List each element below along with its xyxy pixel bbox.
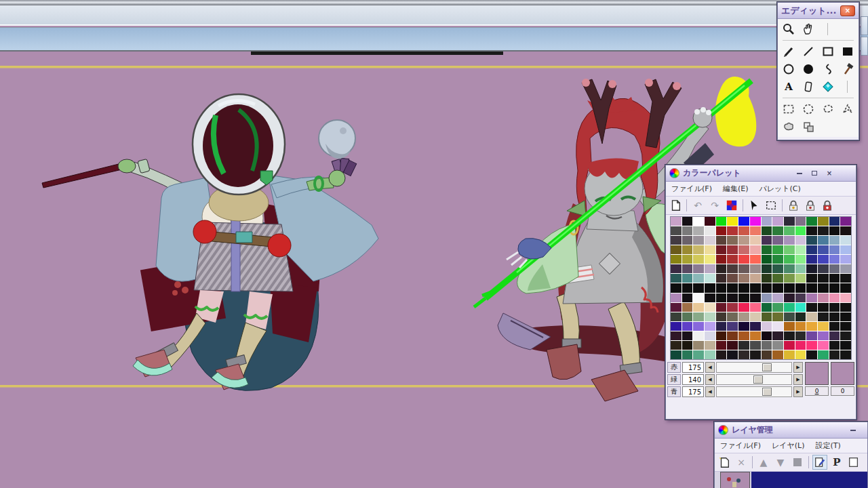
range-select-button[interactable] [764, 198, 778, 213]
palette-titlebar[interactable]: カラーパレット × [666, 165, 856, 182]
palette-swatch[interactable] [772, 264, 783, 273]
layer-draw-mode-button[interactable] [812, 455, 827, 470]
palette-swatch[interactable] [829, 293, 840, 302]
palette-swatch[interactable] [750, 322, 761, 331]
palette-swatch[interactable] [772, 226, 783, 235]
minimize-icon[interactable] [848, 426, 859, 435]
palette-swatch[interactable] [705, 312, 715, 321]
palette-swatch[interactable] [693, 331, 704, 340]
gradient-tool-button[interactable] [820, 79, 836, 95]
palette-swatch[interactable] [784, 303, 795, 312]
palette-swatch[interactable] [738, 274, 749, 283]
palette-swatch[interactable] [716, 236, 727, 245]
move-copy-tool-button[interactable] [800, 119, 816, 135]
palette-swatch[interactable] [762, 341, 772, 350]
layer-partial-button[interactable] [846, 455, 861, 470]
palette-swatch[interactable] [762, 283, 772, 292]
palette-swatch[interactable] [727, 283, 738, 292]
palette-swatch[interactable] [738, 341, 749, 350]
palette-swatch[interactable] [840, 264, 851, 273]
palette-swatch[interactable] [682, 322, 693, 331]
maximize-icon[interactable] [809, 169, 820, 178]
palette-swatch[interactable] [716, 264, 727, 273]
palette-swatch[interactable] [829, 312, 840, 321]
palette-swatch[interactable] [682, 341, 693, 350]
layer-p-button[interactable]: P [829, 455, 844, 470]
palette-swatch[interactable] [784, 236, 795, 245]
palette-colors-button[interactable] [724, 198, 739, 213]
palette-swatch[interactable] [750, 303, 761, 312]
palette-swatch[interactable] [784, 341, 795, 350]
palette-swatch[interactable] [727, 322, 738, 331]
green-increment-arrow[interactable]: ▶ [793, 374, 803, 385]
palette-swatch[interactable] [750, 226, 761, 235]
palette-swatch[interactable] [762, 226, 772, 235]
palette-swatch[interactable] [682, 283, 693, 292]
palette-swatch[interactable] [682, 217, 693, 226]
layer-combine-button[interactable] [790, 455, 805, 470]
palette-swatch[interactable] [693, 255, 704, 264]
palette-swatch[interactable] [716, 274, 727, 283]
palette-swatch[interactable] [795, 293, 806, 302]
palette-swatch[interactable] [727, 236, 738, 245]
palette-swatch[interactable] [738, 331, 749, 340]
palette-swatch[interactable] [693, 274, 704, 283]
palette-swatch[interactable] [806, 236, 817, 245]
edit-window-titlebar[interactable]: エディット... × [778, 3, 859, 19]
palette-swatch[interactable] [806, 341, 817, 350]
palette-swatch[interactable] [818, 341, 829, 350]
palette-swatch[interactable] [840, 245, 851, 254]
new-layer-button[interactable] [717, 455, 732, 470]
palette-swatch[interactable] [693, 236, 704, 245]
palette-swatch[interactable] [705, 274, 715, 283]
palette-swatch[interactable] [727, 303, 738, 312]
palette-swatch[interactable] [750, 274, 761, 283]
palette-swatch[interactable] [682, 303, 693, 312]
palette-swatch[interactable] [693, 322, 704, 331]
palette-swatch[interactable] [784, 245, 795, 254]
palette-swatch[interactable] [795, 226, 806, 235]
palette-swatch[interactable] [795, 350, 806, 359]
palette-swatch[interactable] [738, 283, 749, 292]
palette-swatch[interactable] [750, 331, 761, 340]
minimize-icon[interactable] [794, 169, 805, 178]
palette-swatch[interactable] [682, 245, 693, 254]
palette-swatch[interactable] [784, 255, 795, 264]
palette-swatch[interactable] [762, 274, 772, 283]
eraser-tool-button[interactable] [800, 79, 816, 95]
palette-swatch[interactable] [829, 255, 840, 264]
palette-swatch[interactable] [727, 350, 738, 359]
palette-swatch[interactable] [671, 245, 682, 254]
palette-swatch[interactable] [840, 217, 851, 226]
close-icon[interactable]: × [824, 169, 835, 178]
palette-swatch[interactable] [840, 312, 851, 321]
palette-swatch[interactable] [671, 331, 682, 340]
undo-button[interactable]: ↶ [690, 198, 705, 213]
palette-swatch[interactable] [738, 245, 749, 254]
palette-swatch[interactable] [829, 341, 840, 350]
palette-swatch[interactable] [806, 264, 817, 273]
palette-swatch[interactable] [671, 350, 682, 359]
lock-button-3[interactable] [820, 198, 835, 213]
palette-swatch[interactable] [818, 303, 829, 312]
palette-swatch[interactable] [840, 322, 851, 331]
palette-swatch[interactable] [795, 322, 806, 331]
palette-swatch[interactable] [727, 293, 738, 302]
palette-swatch[interactable] [806, 274, 817, 283]
palette-swatch[interactable] [818, 322, 829, 331]
filled-ellipse-tool-button[interactable] [800, 61, 816, 77]
palette-swatch[interactable] [705, 293, 715, 302]
palette-swatch[interactable] [716, 255, 727, 264]
palette-swatch[interactable] [762, 322, 772, 331]
palette-swatch[interactable] [762, 255, 772, 264]
palette-swatch[interactable] [818, 255, 829, 264]
green-value-field[interactable]: 140 [682, 374, 704, 385]
rectangle-tool-button[interactable] [820, 43, 836, 60]
delete-layer-button[interactable]: × [734, 455, 749, 470]
green-decrement-arrow[interactable]: ◀ [705, 374, 715, 385]
palette-swatch[interactable] [772, 303, 783, 312]
palette-swatch[interactable] [750, 245, 761, 254]
palette-swatch[interactable] [750, 236, 761, 245]
palette-swatch[interactable] [818, 350, 829, 359]
palette-swatch[interactable] [795, 236, 806, 245]
